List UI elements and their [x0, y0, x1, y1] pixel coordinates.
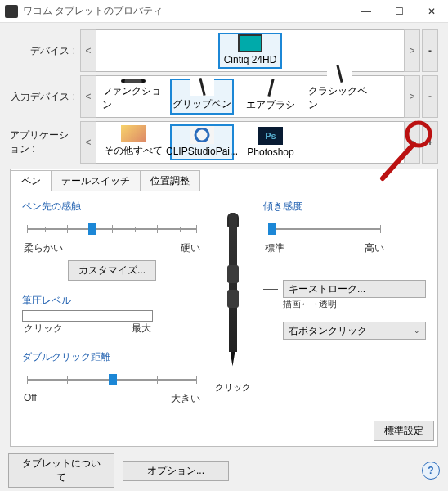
input-card-label: グリップペン — [172, 97, 231, 111]
app-card-photoshop[interactable]: PsPhotoshop — [239, 124, 302, 160]
tilt-title: 傾き感度 — [263, 200, 426, 214]
tipfeel-title: ペン先の感触 — [22, 200, 202, 214]
upper-button-sub: 描画←→透明 — [263, 298, 426, 310]
device-prev-button[interactable]: < — [80, 29, 96, 72]
tilt-left: 標準 — [265, 241, 284, 255]
app-card-label: Photoshop — [247, 146, 293, 158]
dblclick-slider[interactable] — [22, 367, 202, 392]
pen-tip-label: クリック — [215, 381, 251, 394]
app-label: アプリケーション : — [10, 121, 80, 164]
tilt-right: 高い — [365, 241, 384, 255]
app-prev-button[interactable]: < — [80, 121, 96, 164]
tab-tailswitch[interactable]: テールスイッチ — [51, 170, 141, 191]
window-title: ワコム タブレットのプロパティ — [23, 4, 350, 18]
customize-button[interactable]: カスタマイズ... — [68, 260, 156, 281]
input-card-label: エアブラシ — [246, 98, 295, 112]
device-label: デバイス : — [10, 29, 80, 72]
tab-position[interactable]: 位置調整 — [140, 170, 200, 191]
input-strip: ファンクション グリップペン エアブラシ クラシックペン — [96, 75, 404, 118]
upper-button-select[interactable]: キーストローク... — [283, 280, 426, 298]
dblclick-left: Off — [24, 392, 37, 406]
options-button[interactable]: オプション... — [123, 461, 229, 481]
about-tablet-button[interactable]: タブレットについて — [8, 453, 114, 488]
app-add-button[interactable]: + — [422, 121, 438, 164]
app-next-button[interactable]: > — [404, 121, 420, 164]
device-card-label: Cintiq 24HD — [224, 54, 277, 65]
input-card-label: クラシックペン — [308, 84, 370, 112]
clipstudio-icon — [190, 126, 214, 144]
pressure-bar — [22, 310, 153, 322]
input-card-grippen[interactable]: グリップペン — [170, 79, 234, 115]
input-card-label: ファンクション — [102, 84, 164, 112]
svg-point-0 — [195, 128, 208, 142]
photoshop-icon: Ps — [258, 127, 283, 145]
upper-button-value: キーストローク... — [289, 282, 365, 296]
app-strip: その他すべて CLIPStudioPai... PsPhotoshop — [96, 121, 404, 164]
input-card-classicpen[interactable]: クラシックペン — [307, 79, 371, 115]
tabs-bar: ペン テールスイッチ 位置調整 — [11, 169, 437, 191]
pen-illustration — [222, 213, 244, 376]
app-card-label: CLIPStudioPai... — [166, 146, 238, 157]
dblclick-title: ダブルクリック距離 — [22, 350, 202, 364]
app-card-allother[interactable]: その他すべて — [101, 124, 165, 160]
pressure-right: 最大 — [132, 322, 151, 336]
input-row: 入力デバイス : < ファンクション グリップペン エアブラシ クラシックペン … — [10, 75, 438, 118]
chevron-down-icon: ⌄ — [414, 327, 420, 335]
device-row: デバイス : < Cintiq 24HD > - — [10, 29, 438, 72]
pen-lower-button-graphic — [227, 290, 239, 308]
app-icon — [5, 5, 18, 18]
minimize-button[interactable]: — — [350, 0, 383, 23]
help-button[interactable]: ? — [422, 462, 440, 480]
tipfeel-right: 硬い — [181, 241, 200, 255]
footer: タブレットについて オプション... ? — [0, 450, 448, 491]
tilt-slider[interactable] — [263, 217, 386, 241]
device-next-button[interactable]: > — [404, 29, 420, 72]
functions-icon — [121, 79, 146, 83]
pressure-title: 筆圧レベル — [22, 294, 202, 308]
input-card-functions[interactable]: ファンクション — [101, 79, 165, 115]
close-button[interactable]: ✕ — [415, 0, 448, 23]
grippen-icon — [190, 78, 214, 96]
allother-icon — [121, 125, 146, 142]
device-remove-button[interactable]: - — [422, 29, 438, 72]
monitor-icon — [238, 34, 262, 52]
dblclick-right: 大きい — [171, 392, 200, 406]
lower-button-select[interactable]: 右ボタンクリック⌄ — [283, 322, 426, 340]
device-card-cintiq[interactable]: Cintiq 24HD — [218, 33, 282, 69]
tab-container: ペン テールスイッチ 位置調整 ペン先の感触 柔らかい硬い カスタマイズ... … — [10, 169, 438, 447]
tab-pen[interactable]: ペン — [11, 170, 52, 191]
input-prev-button[interactable]: < — [80, 75, 96, 118]
app-card-label: その他すべて — [104, 144, 163, 158]
pen-upper-button-graphic — [227, 265, 239, 283]
maximize-button[interactable]: ☐ — [383, 0, 415, 23]
tipfeel-left: 柔らかい — [24, 241, 63, 255]
app-row: アプリケーション : < その他すべて CLIPStudioPai... PsP… — [10, 121, 438, 164]
app-card-csp[interactable]: CLIPStudioPai... — [170, 124, 234, 160]
titlebar: ワコム タブレットのプロパティ — ☐ ✕ — [0, 0, 448, 23]
input-remove-button[interactable]: - — [422, 75, 438, 118]
lower-button-value: 右ボタンクリック — [289, 324, 367, 338]
airbrush-icon — [258, 79, 283, 97]
input-next-button[interactable]: > — [404, 75, 420, 118]
device-strip: Cintiq 24HD — [96, 29, 404, 72]
default-settings-button[interactable]: 標準設定 — [374, 421, 434, 441]
input-card-airbrush[interactable]: エアブラシ — [239, 79, 302, 115]
input-label: 入力デバイス : — [10, 75, 80, 118]
pressure-left: クリック — [24, 322, 63, 336]
classicpen-icon — [327, 65, 352, 83]
tipfeel-slider[interactable] — [22, 217, 202, 241]
